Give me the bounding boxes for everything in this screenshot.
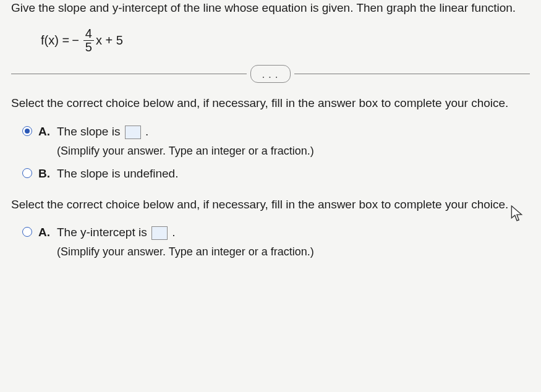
fraction-numerator: 4: [83, 27, 94, 40]
instruction-intercept: Select the correct choice below and, if …: [11, 197, 530, 213]
choice-slope-b[interactable]: B. The slope is undefined.: [22, 166, 530, 182]
equation: f(x) = − 4 5 x + 5: [41, 27, 530, 54]
radio-slope-b[interactable]: [22, 168, 32, 178]
choice-text-after: .: [172, 226, 175, 239]
choice-text-after: .: [145, 125, 148, 138]
choice-text: The slope is undefined.: [57, 166, 178, 182]
hint-intercept-a: (Simplify your answer. Type an integer o…: [57, 244, 530, 259]
choice-text: The slope is .: [57, 124, 148, 140]
equation-lhs: f(x) =: [41, 32, 69, 49]
choice-text-before: The y-intercept is: [57, 226, 150, 239]
divider-row: . . .: [11, 65, 530, 83]
more-button[interactable]: . . .: [250, 65, 291, 83]
choice-text-before: The slope is: [57, 125, 124, 138]
radio-intercept-a[interactable]: [22, 227, 32, 237]
choice-letter: A.: [38, 224, 52, 241]
radio-slope-a[interactable]: [22, 126, 32, 136]
answer-box-slope[interactable]: [125, 126, 141, 139]
choice-letter: B.: [38, 166, 52, 182]
more-icon: . . .: [262, 71, 279, 80]
choice-letter: A.: [38, 124, 52, 140]
fraction-denominator: 5: [83, 40, 94, 54]
equation-suffix: x + 5: [96, 32, 123, 49]
cursor-icon: [510, 205, 524, 227]
answer-box-intercept[interactable]: [151, 226, 168, 240]
equation-negative: −: [72, 32, 79, 49]
equation-fraction: 4 5: [83, 27, 94, 54]
question-header: Give the slope and y-intercept of the li…: [11, 0, 530, 16]
choice-intercept-a[interactable]: A. The y-intercept is .: [22, 224, 530, 241]
hint-slope-a: (Simplify your answer. Type an integer o…: [57, 143, 530, 158]
divider-line-right: [294, 74, 530, 74]
choice-text: The y-intercept is .: [57, 224, 176, 241]
instruction-slope: Select the correct choice below and, if …: [11, 95, 530, 111]
choice-slope-a[interactable]: A. The slope is .: [22, 124, 530, 140]
divider-line-left: [11, 74, 247, 74]
